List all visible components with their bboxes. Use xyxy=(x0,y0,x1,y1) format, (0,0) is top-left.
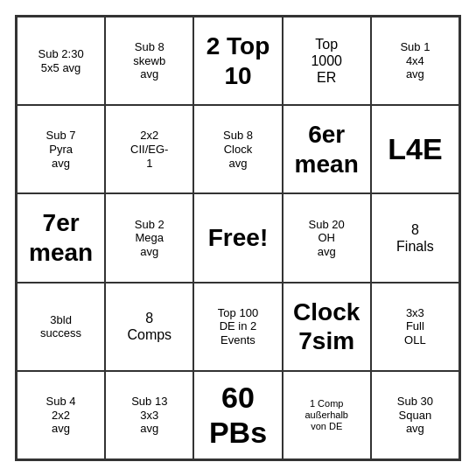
cell-r1c2: Sub 8 Clock avg xyxy=(193,105,282,193)
cell-r4c2: 60 PBs xyxy=(193,371,282,459)
cell-text-r2c0: 7er mean xyxy=(29,208,93,267)
cell-text-r1c4: L4E xyxy=(388,131,442,167)
cell-text-r0c0: Sub 2:30 5x5 avg xyxy=(38,47,84,74)
cell-r3c2: Top 100 DE in 2 Events xyxy=(193,283,282,371)
cell-r2c3: Sub 20 OH avg xyxy=(283,193,371,282)
cell-text-r0c4: Sub 1 4x4 avg xyxy=(400,40,430,81)
cell-r0c3: Top 1000 ER xyxy=(283,17,371,105)
cell-text-r1c2: Sub 8 Clock avg xyxy=(223,129,253,170)
cell-r0c0: Sub 2:30 5x5 avg xyxy=(17,17,105,105)
cell-text-r4c4: Sub 30 Squan avg xyxy=(397,395,433,436)
cell-text-r3c2: Top 100 DE in 2 Events xyxy=(218,306,258,347)
cell-r0c1: Sub 8 skewb avg xyxy=(105,17,193,105)
cell-r3c4: 3x3 Full OLL xyxy=(371,283,459,371)
cell-text-r2c1: Sub 2 Mega avg xyxy=(135,218,164,259)
cell-text-r0c1: Sub 8 skewb avg xyxy=(133,40,165,81)
cell-r3c3: Clock 7sim xyxy=(283,283,371,371)
cell-r2c0: 7er mean xyxy=(17,193,105,282)
cell-text-r2c4: 8 Finals xyxy=(396,221,434,255)
cell-r0c2: 2 Top 10 xyxy=(193,17,282,105)
cell-text-r0c2: 2 Top 10 xyxy=(206,32,270,90)
cell-r1c0: Sub 7 Pyra avg xyxy=(17,105,105,193)
cell-r4c3: 1 Comp außerhalb von DE xyxy=(283,371,371,459)
cell-r1c4: L4E xyxy=(371,105,459,193)
cell-r3c1: 8 Comps xyxy=(105,283,193,371)
cell-text-r1c3: 6er mean xyxy=(295,120,359,178)
cell-r2c4: 8 Finals xyxy=(371,193,459,282)
cell-r1c1: 2x2 CII/EG- 1 xyxy=(105,105,193,193)
cell-text-r3c1: 8 Comps xyxy=(127,310,172,343)
cell-text-r4c0: Sub 4 2x2 avg xyxy=(46,395,76,436)
cell-text-r3c4: 3x3 Full OLL xyxy=(404,306,426,347)
cell-text-r4c3: 1 Comp außerhalb von DE xyxy=(304,398,348,433)
cell-r1c3: 6er mean xyxy=(283,105,371,193)
cell-r4c0: Sub 4 2x2 avg xyxy=(17,371,105,459)
cell-text-r2c2: Free! xyxy=(208,223,268,253)
cell-text-r1c0: Sub 7 Pyra avg xyxy=(46,129,76,170)
cell-text-r1c1: 2x2 CII/EG- 1 xyxy=(130,129,168,170)
cell-text-r3c3: Clock 7sim xyxy=(293,298,360,356)
cell-text-r2c3: Sub 20 OH avg xyxy=(309,218,345,259)
cell-text-r3c0: 3bld success xyxy=(40,313,81,340)
cell-text-r4c2: 60 PBs xyxy=(209,380,267,452)
cell-r0c4: Sub 1 4x4 avg xyxy=(371,17,459,105)
cell-r2c1: Sub 2 Mega avg xyxy=(105,193,193,282)
cell-r4c4: Sub 30 Squan avg xyxy=(371,371,459,459)
cell-r3c0: 3bld success xyxy=(17,283,105,371)
bingo-board: Sub 2:30 5x5 avgSub 8 skewb avg2 Top 10T… xyxy=(15,15,461,461)
cell-r4c1: Sub 13 3x3 avg xyxy=(105,371,193,459)
cell-text-r4c1: Sub 13 3x3 avg xyxy=(131,395,167,436)
cell-text-r0c3: Top 1000 ER xyxy=(311,36,342,87)
cell-r2c2: Free! xyxy=(193,193,282,282)
